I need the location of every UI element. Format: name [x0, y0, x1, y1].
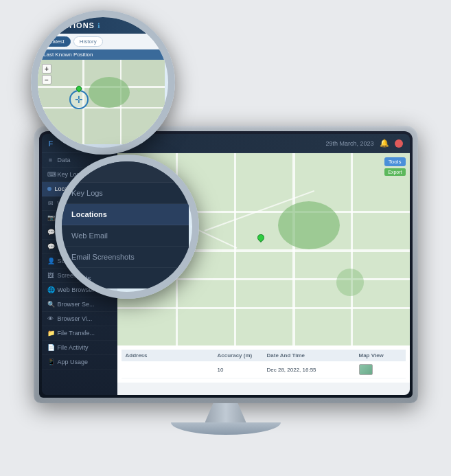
map-pin: [256, 233, 266, 242]
browsersearch-icon: 🔍: [47, 301, 54, 308]
map-thumbnail[interactable]: [359, 364, 373, 375]
zoom-in-button[interactable]: +: [42, 64, 51, 73]
sidebar-label-browsersearch: Browser Se...: [58, 301, 95, 308]
sidebar-label-data: Data: [58, 157, 71, 163]
zoom-out-button[interactable]: −: [42, 75, 51, 84]
table-row: 10 Dec 28, 2022, 16:55: [122, 361, 406, 378]
socialmedia-icon: 👤: [47, 258, 54, 264]
monitor-stand: [34, 403, 418, 435]
email-icon: ✉: [47, 200, 54, 207]
cell-accuracy: 10: [218, 367, 260, 373]
sidebar-item-fileactivity[interactable]: 📄 File Activity: [42, 341, 117, 355]
sidebar-menu-popup: Data ▾ Key Logs Locations Web Email Emai…: [62, 161, 189, 288]
stand-neck: [205, 403, 246, 422]
menu-label-locations: Locations: [71, 210, 107, 218]
emailscreenshots-icon: 📷: [47, 214, 54, 221]
col-header-mapview: Map View: [359, 352, 402, 359]
data-icon: ≡: [47, 157, 54, 163]
stand-base: [171, 422, 281, 435]
magnifier-bottom: Data ▾ Key Logs Locations Web Email Emai…: [55, 155, 199, 299]
col-header-address: Address: [126, 352, 211, 359]
sidebar-item-appusage[interactable]: 📱 App Usage: [42, 355, 117, 370]
menu-item-keylogs[interactable]: Key Logs: [62, 183, 189, 204]
menu-label-emailscreenshots: Email Screenshots: [71, 253, 135, 261]
header-date: 29th March, 2023: [325, 140, 373, 147]
locations-popup-title: LOCATIONS: [45, 21, 95, 30]
header-right: 29th March, 2023 🔔: [325, 139, 402, 148]
magnifier-top: LOCATIONS ℹ Latest History Last Known Po…: [31, 10, 175, 155]
browservisits-icon: 👁: [47, 315, 54, 322]
sidebar-item-filetransfer[interactable]: 📁 File Transfe...: [42, 326, 117, 341]
bell-icon[interactable]: 🔔: [380, 139, 389, 148]
export-button[interactable]: Export: [384, 168, 405, 176]
sidebar-label-appusage: App Usage: [58, 359, 89, 365]
table-header: Address Accuracy (m) Date And Time Map V…: [122, 350, 406, 361]
info-icon: ℹ: [97, 22, 100, 30]
fileactivity-icon: 📄: [47, 344, 54, 351]
menu-item-locations[interactable]: Locations: [62, 204, 189, 225]
screenshots-icon: 🖼: [47, 272, 54, 279]
desktopchats-icon: 💬: [47, 229, 54, 236]
menu-label-webemail: Web Email: [71, 231, 108, 240]
menu-label-keylogs: Key Logs: [71, 189, 103, 197]
menu-item-webemail[interactable]: Web Email: [62, 225, 189, 247]
webbrowser-icon: 🌐: [47, 286, 54, 293]
tab-latest[interactable]: Latest: [43, 36, 71, 47]
export-label: Export: [388, 170, 402, 174]
webchats-icon: 💬: [47, 243, 54, 250]
data-table-area: Address Accuracy (m) Date And Time Map V…: [117, 345, 410, 383]
active-dot: [47, 187, 51, 191]
tab-history[interactable]: History: [73, 36, 103, 47]
tools-button[interactable]: Tools: [384, 157, 406, 166]
locations-popup-header: LOCATIONS ℹ: [38, 17, 165, 34]
locations-map-preview: ✛ + −: [38, 60, 165, 144]
keylogs-icon: ⌨: [47, 171, 54, 178]
sidebar-label-browservisits: Browser Vi...: [58, 315, 93, 322]
scene: F 29th March, 2023 🔔 ≡: [0, 0, 451, 476]
filetransfer-icon: 📁: [47, 330, 54, 337]
close-button[interactable]: [395, 139, 403, 148]
col-header-datetime: Date And Time: [267, 352, 352, 359]
sidebar-label-filetransfer: File Transfe...: [58, 330, 95, 337]
sidebar-item-browservisits[interactable]: 👁 Browser Vi...: [42, 312, 117, 326]
locations-tabs: Latest History: [38, 34, 165, 49]
sidebar-label-fileactivity: File Activity: [58, 344, 89, 351]
menu-item-emailscreenshots[interactable]: Email Screenshots: [62, 247, 189, 268]
cell-datetime: Dec 28, 2022, 16:55: [267, 367, 352, 373]
appusage-icon: 📱: [47, 359, 54, 365]
sidebar-item-browsersearch[interactable]: 🔍 Browser Se...: [42, 297, 117, 312]
col-header-accuracy: Accuracy (m): [218, 352, 260, 359]
cell-mapview: [359, 364, 402, 375]
locations-popup: LOCATIONS ℹ Latest History Last Known Po…: [38, 17, 165, 144]
last-known-bar: Last Known Position: [38, 49, 165, 60]
